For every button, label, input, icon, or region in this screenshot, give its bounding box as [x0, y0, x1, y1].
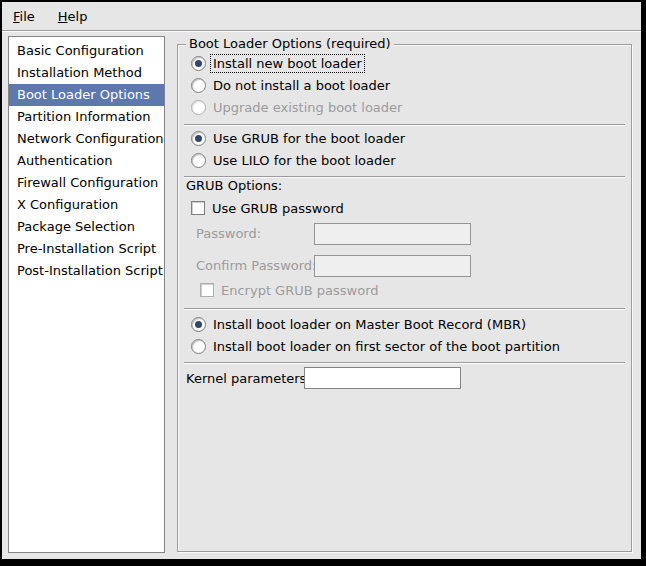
- radio-install-new-boot-loader[interactable]: Install new boot loader: [191, 53, 364, 73]
- grub-password-input: [314, 223, 471, 245]
- sidebar-item-basic-configuration[interactable]: Basic Configuration: [9, 40, 164, 62]
- separator: [184, 362, 625, 364]
- radio-do-not-install-boot-loader[interactable]: Do not install a boot loader: [191, 75, 392, 95]
- radio-disabled-icon: [191, 100, 206, 115]
- sidebar-item-x-configuration[interactable]: X Configuration: [9, 194, 164, 216]
- sidebar-category-list: Basic Configuration Installation Method …: [8, 36, 165, 553]
- menubar: File Help: [2, 2, 641, 31]
- sidebar-item-pre-installation-script[interactable]: Pre-Installation Script: [9, 238, 164, 260]
- radio-unselected-icon: [191, 153, 206, 168]
- encrypt-grub-password-label: Encrypt GRUB password: [219, 282, 381, 299]
- grub-confirm-password-input: [314, 255, 471, 277]
- menu-file[interactable]: File: [8, 6, 40, 27]
- radio-do-not-install-label: Do not install a boot loader: [211, 77, 392, 94]
- radio-use-lilo[interactable]: Use LILO for the boot loader: [191, 150, 398, 170]
- radio-install-new-label: Install new boot loader: [211, 55, 364, 72]
- radio-use-lilo-label: Use LILO for the boot loader: [211, 152, 398, 169]
- checkbox-unchecked-icon: [191, 201, 205, 215]
- sidebar-item-installation-method[interactable]: Installation Method: [9, 62, 164, 84]
- radio-selected-icon: [191, 317, 206, 332]
- sidebar-item-package-selection[interactable]: Package Selection: [9, 216, 164, 238]
- install-on-first-sector-label: Install boot loader on first sector of t…: [211, 338, 562, 355]
- radio-selected-icon: [191, 56, 206, 71]
- sidebar-item-boot-loader-options[interactable]: Boot Loader Options: [9, 84, 164, 106]
- radio-upgrade-existing-boot-loader: Upgrade existing boot loader: [191, 97, 404, 117]
- radio-unselected-icon: [191, 78, 206, 93]
- frame-title: Boot Loader Options (required): [186, 36, 394, 51]
- sidebar-item-network-configuration[interactable]: Network Configuration: [9, 128, 164, 150]
- radio-install-on-first-sector[interactable]: Install boot loader on first sector of t…: [191, 336, 562, 356]
- sidebar-item-partition-information[interactable]: Partition Information: [9, 106, 164, 128]
- radio-install-on-mbr[interactable]: Install boot loader on Master Boot Recor…: [191, 314, 528, 334]
- use-grub-password-label: Use GRUB password: [210, 200, 346, 217]
- radio-use-grub[interactable]: Use GRUB for the boot loader: [191, 128, 407, 148]
- sidebar-item-authentication[interactable]: Authentication: [9, 150, 164, 172]
- separator: [184, 124, 625, 126]
- radio-upgrade-existing-label: Upgrade existing boot loader: [211, 99, 404, 116]
- boot-loader-options-frame: Boot Loader Options (required) Install n…: [177, 44, 632, 552]
- password-label: Password:: [196, 226, 261, 241]
- radio-use-grub-label: Use GRUB for the boot loader: [211, 130, 407, 147]
- checkbox-disabled-icon: [200, 283, 214, 297]
- sidebar-item-post-installation-script[interactable]: Post-Installation Script: [9, 260, 164, 282]
- kernel-parameters-input[interactable]: [304, 367, 461, 389]
- checkbox-use-grub-password[interactable]: Use GRUB password: [191, 198, 346, 218]
- grub-options-heading: GRUB Options:: [186, 178, 282, 193]
- checkbox-encrypt-grub-password: Encrypt GRUB password: [200, 280, 381, 300]
- confirm-password-label: Confirm Password:: [196, 258, 316, 273]
- sidebar-item-firewall-configuration[interactable]: Firewall Configuration: [9, 172, 164, 194]
- install-on-mbr-label: Install boot loader on Master Boot Recor…: [211, 316, 528, 333]
- radio-selected-icon: [191, 131, 206, 146]
- kickstart-configurator-window: File Help Basic Configuration Installati…: [0, 0, 646, 566]
- kernel-parameters-label: Kernel parameters:: [186, 371, 311, 386]
- separator: [184, 308, 625, 310]
- radio-unselected-icon: [191, 339, 206, 354]
- menu-help[interactable]: Help: [53, 6, 93, 27]
